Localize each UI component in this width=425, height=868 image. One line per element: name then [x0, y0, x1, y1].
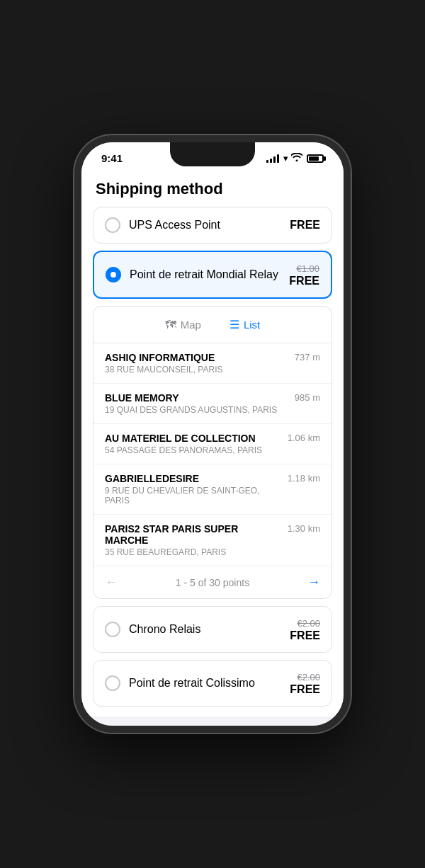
price-original-mondial: €1.00: [296, 263, 319, 274]
location-address-4: 35 RUE BEAUREGARD, PARIS: [105, 547, 279, 557]
option-left-ups: UPS Access Point: [105, 217, 220, 233]
location-name-0: ASHIQ INFORMATIQUE: [105, 352, 286, 363]
price-free-chrono: FREE: [290, 629, 320, 642]
location-item-2[interactable]: AU MATERIEL DE COLLECTION 54 PASSAGE DES…: [94, 424, 332, 464]
pagination-label: 1 - 5 of 30 points: [176, 577, 249, 588]
shipping-option-colissimo[interactable]: Point de retrait Colissimo €2.00 FREE: [93, 660, 332, 707]
location-name-4: PARIS2 STAR PARIS SUPER MARCHE: [105, 523, 279, 546]
location-info-1: BLUE MEMORY 19 QUAI DES GRANDS AUGUSTINS…: [105, 392, 286, 415]
battery-icon: [307, 154, 324, 163]
option-price-ups: FREE: [290, 219, 320, 232]
tab-list-label: List: [244, 319, 260, 331]
option-left-chrono: Chrono Relais: [105, 622, 200, 637]
main-content: Shipping method UPS Access Point FREE: [81, 169, 344, 716]
price-free-mondial: FREE: [289, 275, 319, 287]
status-icons: ▾: [266, 153, 324, 164]
location-distance-2: 1.06 km: [288, 433, 320, 443]
radio-mondial[interactable]: [106, 267, 121, 282]
location-info-2: AU MATERIEL DE COLLECTION 54 PASSAGE DES…: [105, 433, 279, 455]
location-picker: 🗺 Map ☰ List ASHIQ INFORMATIQUE 38 RUE M…: [93, 306, 332, 599]
option-left-colissimo: Point de retrait Colissimo: [105, 675, 255, 691]
page-title: Shipping method: [81, 169, 344, 207]
price-free-colissimo: FREE: [290, 683, 320, 696]
location-item-0[interactable]: ASHIQ INFORMATIQUE 38 RUE MAUCONSEIL, PA…: [94, 343, 332, 384]
map-icon: 🗺: [165, 319, 176, 331]
location-address-1: 19 QUAI DES GRANDS AUGUSTINS, PARIS: [105, 405, 286, 415]
radio-chrono[interactable]: [105, 622, 120, 637]
location-item-4[interactable]: PARIS2 STAR PARIS SUPER MARCHE 35 RUE BE…: [94, 515, 332, 566]
option-name-colissimo: Point de retrait Colissimo: [129, 677, 255, 690]
location-distance-4: 1.30 km: [288, 523, 320, 534]
option-name-ups: UPS Access Point: [129, 219, 220, 232]
tab-map-label: Map: [181, 319, 201, 331]
option-price-colissimo: €2.00 FREE: [290, 670, 320, 696]
signal-icon: [266, 154, 279, 163]
option-name-chrono: Chrono Relais: [129, 623, 200, 636]
option-price-mondial: €1.00 FREE: [289, 262, 319, 287]
location-distance-0: 737 m: [295, 352, 320, 362]
location-info-3: GABRIELLEDESIRE 9 RUE DU CHEVALIER DE SA…: [105, 473, 279, 506]
shipping-option-chrono[interactable]: Chrono Relais €2.00 FREE: [93, 606, 332, 653]
bottom-options: Chrono Relais €2.00 FREE Point de retrai…: [81, 606, 344, 707]
list-icon: ☰: [230, 318, 239, 331]
tab-list[interactable]: ☰ List: [224, 315, 266, 334]
price-original-chrono: €2.00: [297, 618, 320, 629]
shipping-option-mondial[interactable]: Point de retrait Mondial Relay €1.00 FRE…: [93, 251, 332, 299]
location-item-1[interactable]: BLUE MEMORY 19 QUAI DES GRANDS AUGUSTINS…: [94, 384, 332, 424]
location-name-2: AU MATERIEL DE COLLECTION: [105, 433, 279, 444]
radio-colissimo[interactable]: [105, 675, 120, 691]
option-price-chrono: €2.00 FREE: [290, 617, 320, 642]
location-list: ASHIQ INFORMATIQUE 38 RUE MAUCONSEIL, PA…: [94, 343, 332, 566]
shipping-option-ups[interactable]: UPS Access Point FREE: [93, 207, 332, 244]
option-left-mondial: Point de retrait Mondial Relay: [106, 267, 278, 282]
location-info-4: PARIS2 STAR PARIS SUPER MARCHE 35 RUE BE…: [105, 523, 279, 557]
radio-ups[interactable]: [105, 217, 120, 233]
location-tabs: 🗺 Map ☰ List: [94, 307, 332, 343]
price-free-ups: FREE: [290, 219, 320, 231]
location-address-0: 38 RUE MAUCONSEIL, PARIS: [105, 365, 286, 375]
location-distance-3: 1.18 km: [288, 473, 320, 484]
location-address-3: 9 RUE DU CHEVALIER DE SAINT-GEO, PARIS: [105, 486, 279, 506]
status-time: 9:41: [101, 152, 123, 164]
wifi-icon: ▾: [283, 153, 302, 164]
location-info-0: ASHIQ INFORMATIQUE 38 RUE MAUCONSEIL, PA…: [105, 352, 286, 375]
location-name-3: GABRIELLEDESIRE: [105, 473, 279, 484]
location-distance-1: 985 m: [295, 392, 320, 403]
location-item-3[interactable]: GABRIELLEDESIRE 9 RUE DU CHEVALIER DE SA…: [94, 464, 332, 515]
option-name-mondial: Point de retrait Mondial Relay: [130, 268, 278, 281]
location-name-1: BLUE MEMORY: [105, 392, 286, 404]
location-address-2: 54 PASSAGE DES PANORAMAS, PARIS: [105, 445, 279, 455]
tab-map[interactable]: 🗺 Map: [159, 315, 207, 334]
pagination: ← 1 - 5 of 30 points →: [94, 566, 332, 598]
shipping-options-list: UPS Access Point FREE Point de retrait M…: [81, 207, 344, 306]
price-original-colissimo: €2.00: [297, 672, 320, 683]
pagination-prev-button[interactable]: ←: [105, 575, 118, 590]
pagination-next-button[interactable]: →: [307, 575, 320, 590]
